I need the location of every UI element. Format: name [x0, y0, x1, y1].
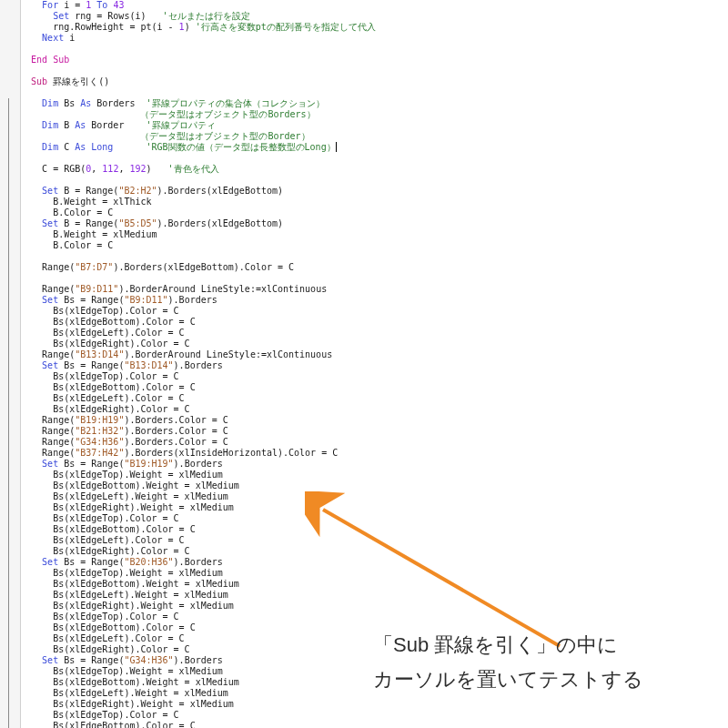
- code-line[interactable]: Dim Bs As Borders '罫線プロパティの集合体（コレクション）: [20, 98, 728, 109]
- code-token: Set: [42, 295, 58, 305]
- code-line[interactable]: [20, 273, 728, 284]
- code-line[interactable]: B.Color = C: [20, 207, 728, 218]
- code-line[interactable]: B.Weight = xlMedium: [20, 229, 728, 240]
- code-token: '罫線プロパティの集合体（コレクション）: [147, 98, 325, 108]
- code-token: Bs(xlEdgeRight).Weight = xlMedium: [53, 699, 234, 709]
- code-editor[interactable]: For i = 1 To 43 Set rng = Rows(i) 'セルまたは…: [20, 0, 728, 728]
- code-token: ,: [91, 164, 102, 174]
- code-line[interactable]: Dim B As Border '罫線プロパティ: [20, 120, 728, 131]
- code-token: "B2:H2": [118, 186, 157, 196]
- code-line[interactable]: Bs(xlEdgeTop).Color = C: [20, 306, 728, 317]
- code-line[interactable]: Bs(xlEdgeTop).Color = C: [20, 513, 728, 524]
- code-token: As Long: [75, 142, 113, 152]
- code-line[interactable]: Bs(xlEdgeTop).Weight = xlMedium: [20, 470, 728, 480]
- code-line[interactable]: Bs(xlEdgeRight).Color = C: [20, 404, 728, 415]
- code-token: Dim: [42, 98, 58, 108]
- code-line[interactable]: Next i: [20, 33, 728, 44]
- code-line[interactable]: Bs(xlEdgeRight).Color = C: [20, 546, 728, 557]
- code-token: "B9:D11": [75, 284, 118, 294]
- code-token: B.Weight = xlThick: [53, 197, 151, 207]
- code-token: "B7:D7": [75, 262, 113, 272]
- code-line[interactable]: Bs(xlEdgeLeft).Color = C: [20, 393, 728, 404]
- code-line[interactable]: [20, 251, 728, 262]
- code-token: "G34:H36": [124, 655, 173, 665]
- code-line[interactable]: Range("B9:D11").BorderAround LineStyle:=…: [20, 284, 728, 295]
- code-token: Bs(xlEdgeBottom).Color = C: [53, 524, 196, 534]
- code-line[interactable]: （データ型はオブジェクト型のBorder）: [20, 131, 728, 142]
- code-token: Bs(xlEdgeRight).Weight = xlMedium: [53, 502, 234, 512]
- code-token: "G34:H36": [75, 437, 124, 447]
- code-token: Bs(xlEdgeBottom).Color = C: [53, 317, 196, 327]
- code-token: Range(: [42, 437, 75, 447]
- code-token: Bs(xlEdgeLeft).Weight = xlMedium: [53, 491, 228, 501]
- code-line[interactable]: B.Color = C: [20, 240, 728, 251]
- code-line[interactable]: Bs(xlEdgeTop).Color = C: [20, 612, 728, 622]
- code-line[interactable]: [20, 87, 728, 98]
- code-line[interactable]: [20, 44, 728, 55]
- code-line[interactable]: Bs(xlEdgeRight).Color = C: [20, 339, 728, 349]
- code-token: （データ型はオブジェクト型のBorder）: [140, 131, 309, 141]
- code-token: Range(: [42, 448, 75, 458]
- code-line[interactable]: C = RGB(0, 112, 192) '青色を代入: [20, 164, 728, 175]
- code-token: "B20:H36": [124, 557, 173, 567]
- code-line[interactable]: [20, 66, 728, 76]
- code-token: ).Borders.Color = C: [124, 426, 228, 436]
- code-line[interactable]: Sub 罫線を引く(): [20, 76, 728, 87]
- code-line[interactable]: Bs(xlEdgeRight).Weight = xlMedium: [20, 601, 728, 612]
- proc-rule: [8, 98, 9, 728]
- code-token: Bs(xlEdgeLeft).Color = C: [53, 535, 185, 545]
- code-line[interactable]: （データ型はオブジェクト型のBorders）: [20, 109, 728, 120]
- code-line[interactable]: Bs(xlEdgeTop).Color = C: [20, 710, 728, 721]
- code-line[interactable]: Bs(xlEdgeLeft).Weight = xlMedium: [20, 491, 728, 502]
- annotation-line2: カーソルを置いてテストする: [373, 662, 643, 697]
- code-line[interactable]: Range("B7:D7").Borders(xlEdgeBottom).Col…: [20, 262, 728, 273]
- code-line[interactable]: Set B = Range("B2:H2").Borders(xlEdgeBot…: [20, 186, 728, 197]
- code-token: Bs(xlEdgeTop).Color = C: [53, 612, 178, 622]
- code-token: Border: [86, 120, 146, 130]
- code-line[interactable]: Set rng = Rows(i) 'セルまたは行を設定: [20, 11, 728, 22]
- code-token: Bs(xlEdgeRight).Color = C: [53, 546, 190, 556]
- code-line[interactable]: Range("B21:H32").Borders.Color = C: [20, 426, 728, 437]
- code-token: ): [147, 164, 168, 174]
- code-token: Bs(xlEdgeRight).Color = C: [53, 644, 190, 654]
- code-line[interactable]: Set Bs = Range("B13:D14").Borders: [20, 360, 728, 371]
- code-token: 43: [113, 0, 124, 10]
- code-line[interactable]: B.Weight = xlThick: [20, 197, 728, 207]
- code-gutter: [0, 0, 21, 728]
- code-line[interactable]: [20, 153, 728, 164]
- code-line[interactable]: Bs(xlEdgeLeft).Color = C: [20, 535, 728, 546]
- code-line[interactable]: rng.RowHeight = pt(i - 1) '行高さを変数ptの配列番号…: [20, 22, 728, 33]
- code-token: As: [75, 120, 86, 130]
- code-line[interactable]: Range("B13:D14").BorderAround LineStyle:…: [20, 349, 728, 360]
- code-line[interactable]: Range("B19:H19").Borders.Color = C: [20, 415, 728, 426]
- code-line[interactable]: Bs(xlEdgeBottom).Weight = xlMedium: [20, 579, 728, 590]
- code-line[interactable]: Dim C As Long 'RGB関数の値（データ型は長整数型のLong）: [20, 142, 728, 153]
- code-line[interactable]: Bs(xlEdgeTop).Weight = xlMedium: [20, 568, 728, 579]
- code-line[interactable]: Bs(xlEdgeBottom).Color = C: [20, 524, 728, 535]
- code-line[interactable]: For i = 1 To 43: [20, 0, 728, 11]
- code-line[interactable]: Set Bs = Range("B19:H19").Borders: [20, 459, 728, 470]
- code-line[interactable]: Bs(xlEdgeRight).Weight = xlMedium: [20, 699, 728, 710]
- code-line[interactable]: Bs(xlEdgeBottom).Color = C: [20, 317, 728, 328]
- code-token: B.Color = C: [53, 240, 113, 250]
- code-token: Bs = Range(: [58, 295, 124, 305]
- code-token: Bs: [58, 98, 80, 108]
- code-line[interactable]: Range("G34:H36").Borders.Color = C: [20, 437, 728, 448]
- code-token: Bs(xlEdgeRight).Weight = xlMedium: [53, 601, 234, 611]
- code-line[interactable]: Range("B37:H42").Borders(xlInsideHorizon…: [20, 448, 728, 459]
- code-line[interactable]: Bs(xlEdgeLeft).Color = C: [20, 328, 728, 339]
- code-line[interactable]: Bs(xlEdgeTop).Color = C: [20, 371, 728, 382]
- code-token: ).Borders(xlEdgeBottom): [157, 186, 283, 196]
- code-line[interactable]: Set Bs = Range("B9:D11").Borders: [20, 295, 728, 306]
- code-line[interactable]: Set B = Range("B5:D5").Borders(xlEdgeBot…: [20, 218, 728, 229]
- code-token: Bs = Range(: [58, 557, 124, 567]
- code-line[interactable]: End Sub: [20, 55, 728, 66]
- code-line[interactable]: [20, 175, 728, 186]
- code-line[interactable]: Bs(xlEdgeBottom).Color = C: [20, 721, 728, 728]
- code-token: Bs(xlEdgeTop).Color = C: [53, 371, 178, 381]
- code-line[interactable]: Set Bs = Range("B20:H36").Borders: [20, 557, 728, 568]
- code-line[interactable]: Bs(xlEdgeBottom).Weight = xlMedium: [20, 480, 728, 491]
- code-line[interactable]: Bs(xlEdgeRight).Weight = xlMedium: [20, 502, 728, 513]
- code-line[interactable]: Bs(xlEdgeLeft).Weight = xlMedium: [20, 590, 728, 601]
- code-line[interactable]: Bs(xlEdgeBottom).Color = C: [20, 382, 728, 393]
